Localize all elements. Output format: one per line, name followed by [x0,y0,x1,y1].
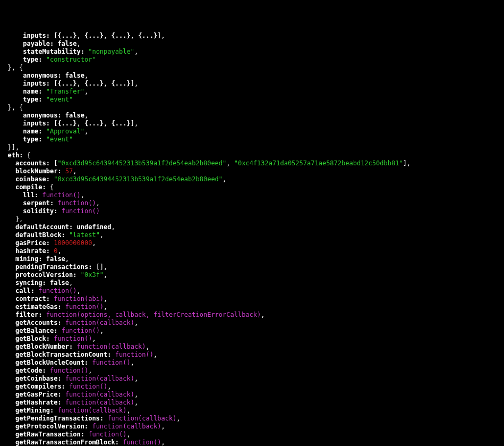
code-token [0,327,15,334]
code-token: accounts: [15,159,50,167]
code-line: getHashrate: function(callback), [0,399,504,407]
code-token: function() [65,303,104,310]
code-token: type: [23,136,42,143]
code-token [0,343,15,350]
code-token: type: [23,56,42,63]
code-token: ], [131,120,138,127]
code-line: getGasPrice: function(callback), [0,391,504,399]
code-token [0,399,15,406]
code-token: , [134,319,138,326]
code-token: getProtocolVersion: [15,423,88,430]
code-line: }], [0,144,504,152]
code-token: name: [23,88,42,95]
code-token: , [104,295,107,302]
code-token: function() [69,383,107,390]
code-token [42,96,46,103]
code-token [0,375,15,382]
code-token: , [223,175,226,183]
code-token: 1000000000 [54,239,92,247]
code-line: protocolVersion: "0x3f", [0,271,504,279]
code-token: solidity: [23,207,57,215]
code-token: eth: [7,152,23,159]
code-token: {...} [84,32,104,39]
code-token: false [65,72,84,79]
code-line: lll: function(), [0,191,504,199]
code-token: , [96,199,100,207]
code-line: stateMutability: "nonpayable", [0,48,504,56]
code-token: {...} [84,80,104,87]
code-token [77,271,81,279]
code-token [0,271,15,279]
code-token: function(callback) [65,375,134,382]
code-token [0,383,15,390]
code-line: name: "Transfer", [0,88,504,96]
code-token [73,223,76,231]
code-token: getBalance: [15,327,57,334]
code-token: , [84,128,88,135]
code-token: , [84,88,88,95]
code-line: getProtocolVersion: function(callback), [0,423,504,431]
code-token [0,183,15,191]
code-token: , [77,32,84,39]
code-token: coinbase: [15,175,50,183]
code-token [0,199,23,207]
code-token: syncing: [15,279,46,287]
code-token: getCode: [15,367,46,374]
code-token: , [131,359,134,366]
code-line: type: "constructor" [0,56,504,64]
code-token: getHashrate: [15,399,62,406]
code-token [38,191,42,199]
code-token [0,120,23,127]
code-token: function() [42,191,81,199]
code-token [42,311,46,318]
code-token [62,112,65,119]
code-token [57,327,61,334]
code-line: inputs: [{...}, {...}, {...}], [0,120,504,128]
code-token: , [131,32,138,39]
code-line: syncing: false, [0,279,504,287]
code-line: defaultBlock: "latest", [0,231,504,239]
code-line: blockNumber: 57, [0,167,504,175]
code-token: , [57,247,61,255]
code-token: , [100,231,104,239]
code-token [0,263,15,271]
code-token: anonymous: [23,112,61,119]
code-token: pendingTransactions: [15,263,92,271]
code-token: 57 [65,167,73,175]
code-token: function() [92,359,130,366]
code-token: [ [50,80,57,87]
code-token: [ [50,120,57,127]
code-token [0,207,23,215]
code-token: ], [157,32,165,39]
code-token: undefined [77,223,112,231]
code-token: , [134,399,138,406]
code-line: anonymous: false, [0,112,504,120]
code-token [0,359,15,366]
code-token: "nonpayable" [88,48,134,55]
code-token: inputs: [23,80,50,87]
code-line: eth: { [0,152,504,159]
code-token: [ [50,32,57,39]
code-token: contract: [15,295,50,302]
code-token [62,319,65,326]
code-token: , [261,311,264,318]
code-token: function() [54,335,92,342]
code-token: function() [123,439,161,446]
code-token: , [104,80,111,87]
code-token [0,88,23,95]
code-token: {...} [57,120,76,127]
console-output: inputs: [{...}, {...}, {...}, {...}], pa… [0,32,504,446]
code-line: solidity: function() [0,207,504,215]
code-token [0,112,23,119]
code-token: function(callback) [107,415,176,422]
code-token [62,391,65,398]
code-token: , [84,72,88,79]
code-token: estimateGas: [15,303,62,310]
code-line: }, { [0,104,504,112]
code-line: inputs: [{...}, {...}, {...}, {...}], [0,32,504,40]
code-token: stateMutability: [23,48,84,55]
code-token: getBlockTransactionCount: [15,351,112,358]
code-line: getAccounts: function(callback), [0,319,504,327]
code-token: , [69,279,73,287]
code-line: gasPrice: 1000000000, [0,239,504,247]
